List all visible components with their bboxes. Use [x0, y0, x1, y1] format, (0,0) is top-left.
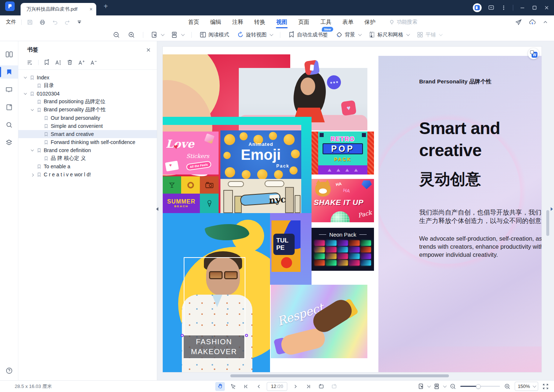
bookmark-item[interactable]: Brand personality 品牌个性	[18, 106, 157, 114]
help-icon[interactable]	[6, 367, 13, 374]
menu-item-page[interactable]: 页面	[293, 15, 315, 29]
add-bookmark-icon[interactable]	[43, 59, 50, 66]
document-view[interactable]: ♥ Love ♥ Stickers All the Feels	[157, 41, 554, 380]
attachments-panel-icon[interactable]	[0, 101, 18, 114]
menu-item-home[interactable]: 首页	[183, 15, 205, 29]
next-view-button[interactable]	[329, 382, 339, 391]
chevron-down-icon[interactable]	[30, 148, 35, 153]
menu-item-convert[interactable]: 转换	[249, 15, 271, 29]
tab-close-icon[interactable]: ×	[90, 7, 93, 12]
bookmark-item[interactable]: 目录	[18, 82, 157, 90]
previous-page-button[interactable]	[254, 382, 263, 391]
minimize-icon[interactable]	[519, 5, 525, 11]
more-menu-icon[interactable]	[501, 5, 507, 11]
auto-bookmark-button[interactable]: 自动生成书签 New	[288, 31, 328, 38]
zoom-in-icon[interactable]	[128, 31, 135, 39]
page-number-input[interactable]: 12 /20	[267, 382, 287, 391]
convert-to-word-button[interactable]: W	[528, 48, 539, 59]
chevron-down-icon[interactable]	[30, 107, 35, 112]
first-page-button[interactable]	[241, 382, 251, 391]
collapse-toolbar-icon[interactable]	[77, 19, 82, 25]
shake-title: SHAKE IT UP	[314, 198, 363, 207]
thumbs-up-sticker	[304, 60, 320, 76]
new-tab-button[interactable]: +	[104, 3, 108, 10]
page-layout-dropdown-status[interactable]	[434, 383, 446, 389]
horizontal-scrollbar[interactable]	[230, 374, 449, 377]
comments-panel-icon[interactable]	[0, 83, 18, 96]
zoom-slider[interactable]	[460, 386, 500, 387]
collapse-ribbon-icon[interactable]	[543, 19, 548, 25]
thumbnails-panel-icon[interactable]	[0, 48, 18, 61]
zoom-out-icon[interactable]	[113, 31, 120, 39]
page-layout-dropdown[interactable]	[171, 31, 184, 38]
zoom-out-button[interactable]	[450, 383, 456, 390]
menu-item-view[interactable]: 视图	[271, 15, 293, 29]
bookmark-item[interactable]: To enable a	[18, 162, 157, 170]
zoom-slider-handle[interactable]	[476, 384, 481, 389]
chevron-right-icon[interactable]	[30, 172, 35, 177]
layers-panel-icon[interactable]	[0, 136, 18, 149]
chevron-down-icon[interactable]	[23, 75, 28, 80]
collapse-all-icon[interactable]	[90, 60, 97, 66]
save-icon[interactable]	[27, 19, 33, 25]
bookmark-item[interactable]: Simple and convenient	[18, 122, 157, 130]
hand-tool-button[interactable]	[215, 382, 225, 391]
bookmark-item[interactable]: Forward thinking with self-confidence	[18, 138, 157, 146]
rotate-view-dropdown[interactable]: 旋转视图	[237, 31, 272, 38]
next-page-button[interactable]	[291, 382, 300, 391]
menu-item-form[interactable]: 表单	[337, 15, 359, 29]
zoom-in-button[interactable]	[504, 383, 511, 390]
selection-handle[interactable]	[181, 334, 184, 337]
close-panel-icon[interactable]	[146, 47, 151, 53]
fit-page-icon	[151, 31, 158, 38]
selection-handle[interactable]	[245, 334, 248, 337]
bookmark-item[interactable]: Index	[18, 73, 157, 82]
select-tool-button[interactable]	[228, 382, 238, 391]
feedback-icon[interactable]	[488, 4, 494, 11]
delete-bookmark-icon[interactable]	[66, 59, 73, 66]
sort-bookmarks-icon[interactable]	[26, 60, 33, 66]
bookmark-item[interactable]: 01020304	[18, 90, 157, 98]
bookmark-item[interactable]: 品 牌 核心定 义	[18, 154, 157, 162]
bookmarks-panel-icon[interactable]	[0, 65, 18, 79]
document-tab[interactable]: 万兴科技品牌白皮书.pdf ×	[21, 3, 96, 15]
ruler-grid-dropdown[interactable]: 标尺和网格	[368, 31, 409, 38]
last-page-button[interactable]	[303, 382, 313, 391]
vertical-scrollbar[interactable]	[546, 210, 549, 236]
bookmark-item[interactable]: Brand core definition	[18, 146, 157, 154]
tile-dropdown[interactable]: 平铺	[417, 31, 442, 38]
menu-item-protect[interactable]: 保护	[359, 15, 381, 29]
redo-icon[interactable]	[64, 19, 71, 25]
close-icon[interactable]	[544, 5, 550, 11]
rename-bookmark-icon[interactable]	[55, 60, 62, 66]
emoji-pack-label: Pack	[276, 163, 289, 169]
fit-page-dropdown-status[interactable]	[418, 383, 430, 389]
feature-search[interactable]: 功能搜索	[389, 19, 417, 25]
bookmark-item[interactable]: Our brand personality	[18, 114, 157, 122]
undo-icon[interactable]	[52, 19, 58, 25]
share-icon[interactable]	[515, 19, 522, 26]
fit-page-dropdown[interactable]	[151, 31, 163, 38]
zoom-level-dropdown[interactable]: 150%	[515, 382, 538, 391]
app-logo-icon	[5, 1, 15, 11]
previous-view-button[interactable]	[316, 382, 326, 391]
maximize-icon[interactable]	[532, 5, 537, 11]
file-menu[interactable]: 文件	[6, 19, 16, 25]
background-dropdown[interactable]: 背景	[336, 31, 361, 38]
menu-item-comment[interactable]: 注释	[227, 15, 249, 29]
collapse-panel-arrow[interactable]	[156, 207, 158, 211]
cloud-upload-icon[interactable]	[529, 19, 536, 26]
search-panel-icon[interactable]	[0, 118, 18, 132]
chevron-down-icon[interactable]	[23, 91, 28, 96]
bookmark-item[interactable]: Brand positioning 品牌定位	[18, 98, 157, 106]
fullscreen-button[interactable]	[542, 383, 549, 390]
expand-all-icon[interactable]	[78, 60, 85, 66]
menu-item-edit[interactable]: 编辑	[205, 15, 227, 29]
print-icon[interactable]	[39, 19, 46, 25]
ruler-grid-icon	[368, 31, 375, 38]
bookmark-item[interactable]: C r e a t i v e wor l d!	[18, 170, 157, 179]
reading-mode-button[interactable]: 阅读模式	[199, 31, 229, 38]
tile-icon	[417, 31, 424, 38]
bookmark-item-selected[interactable]: Smart and creative	[18, 130, 157, 138]
expand-right-arrow[interactable]	[551, 207, 553, 211]
